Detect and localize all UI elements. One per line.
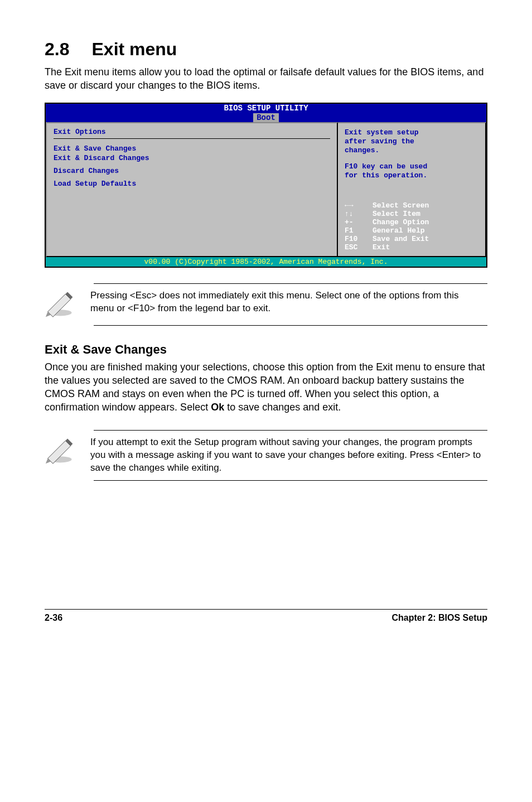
legend-key: +- bbox=[345, 218, 373, 226]
legend-label: Exit bbox=[373, 243, 390, 252]
bios-menu-item: Exit & Discard Changes bbox=[54, 154, 330, 162]
legend-label: Select Item bbox=[373, 210, 420, 218]
legend-key: ESC bbox=[345, 243, 373, 252]
bios-title-bar: BIOS SETUP UTILITY Boot bbox=[46, 104, 486, 122]
bios-help-line: for this operation. bbox=[345, 171, 478, 180]
bios-help-text: Exit system setup after saving the chang… bbox=[345, 128, 478, 180]
pencil-note-icon bbox=[45, 436, 78, 466]
bios-screenshot: BIOS SETUP UTILITY Boot Exit Options Exi… bbox=[45, 103, 487, 268]
bios-panel-heading: Exit Options bbox=[54, 128, 330, 136]
legend-key: F1 bbox=[345, 226, 373, 235]
bold-term: Ok bbox=[211, 402, 224, 413]
note-key-name: <Enter> bbox=[437, 450, 471, 460]
note-text: If you attempt to exit the Setup program… bbox=[90, 436, 482, 475]
note-text-span: If you attempt to exit the Setup program… bbox=[90, 437, 472, 460]
bios-menu-item: Load Setup Defaults bbox=[54, 180, 330, 188]
subsection-body: Once you are finished making your select… bbox=[45, 360, 487, 414]
page-heading: 2.8 Exit menu bbox=[45, 39, 487, 60]
legend-label: General Help bbox=[373, 226, 425, 235]
bios-legend: ←→Select Screen ↑↓Select Item +-Change O… bbox=[345, 201, 478, 252]
legend-label: Save and Exit bbox=[373, 235, 429, 243]
note-text: Pressing <Esc> does not immediately exit… bbox=[90, 289, 482, 315]
page-number: 2-36 bbox=[45, 613, 62, 623]
bios-active-tab: Boot bbox=[253, 113, 279, 122]
bios-title-text: BIOS SETUP UTILITY bbox=[224, 104, 308, 113]
bios-help-line: changes. bbox=[345, 146, 478, 154]
note-box: Pressing <Esc> does not immediately exit… bbox=[45, 283, 487, 326]
section-title: Exit menu bbox=[91, 39, 177, 60]
legend-key: ←→ bbox=[345, 201, 373, 210]
body-text-span: to save changes and exit. bbox=[224, 402, 341, 413]
bios-left-panel: Exit Options Exit & Save Changes Exit & … bbox=[46, 122, 338, 257]
bios-menu-item: Exit & Save Changes bbox=[54, 144, 330, 153]
intro-paragraph: The Exit menu items allow you to load th… bbox=[45, 65, 487, 93]
section-number: 2.8 bbox=[45, 39, 69, 60]
bios-help-line: after saving the bbox=[345, 137, 478, 146]
note-box: If you attempt to exit the Setup program… bbox=[45, 430, 487, 481]
legend-label: Change Option bbox=[373, 218, 429, 226]
bios-right-panel: Exit system setup after saving the chang… bbox=[338, 122, 486, 257]
legend-label: Select Screen bbox=[373, 201, 429, 210]
bios-help-line: F10 key can be used bbox=[345, 162, 478, 171]
subsection-heading: Exit & Save Changes bbox=[45, 342, 487, 357]
bios-copyright: v00.00 (C)Copyright 1985-2002, American … bbox=[46, 257, 486, 267]
legend-key: F10 bbox=[345, 235, 373, 243]
legend-key: ↑↓ bbox=[345, 210, 373, 218]
bios-help-line: Exit system setup bbox=[345, 128, 478, 137]
pencil-note-icon bbox=[45, 289, 78, 320]
chapter-label: Chapter 2: BIOS Setup bbox=[391, 613, 487, 623]
bios-menu-item: Discard Changes bbox=[54, 167, 330, 175]
page-footer: 2-36 Chapter 2: BIOS Setup bbox=[45, 609, 487, 623]
